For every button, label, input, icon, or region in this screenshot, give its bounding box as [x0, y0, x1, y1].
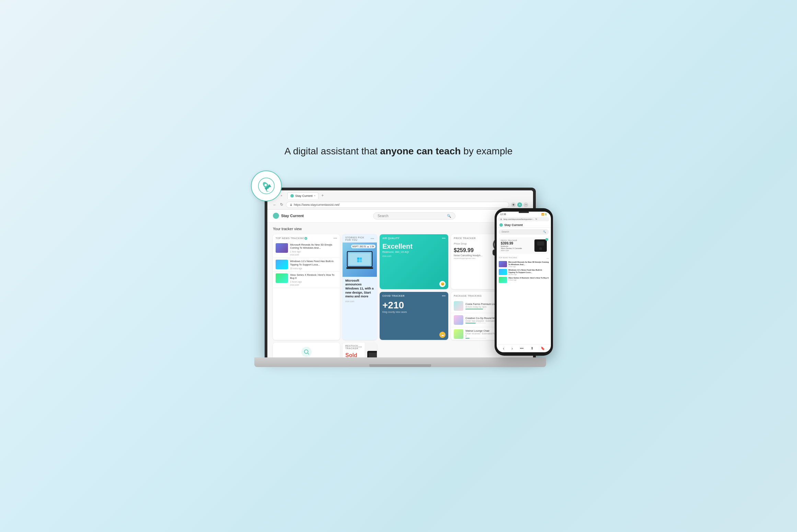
- phone-app-name: Stay Current: [504, 223, 523, 227]
- svg-rect-20: [360, 260, 362, 262]
- air-quality-more[interactable]: •••: [442, 236, 446, 240]
- svg-rect-8: [290, 204, 292, 206]
- news-content-2: Windows 11's News Feed Has Built-In Tipp…: [290, 260, 337, 270]
- browser-refresh-button[interactable]: ↻: [279, 202, 284, 208]
- phone-nav-back[interactable]: ‹: [503, 346, 504, 351]
- news-thumb-3: [276, 273, 288, 283]
- svg-rect-30: [537, 241, 544, 246]
- restock-card: RESTOCK TRACKER ••• Sold Out Xbox Series…: [343, 343, 377, 359]
- news-meta-3: 3 hours ago: [290, 281, 337, 283]
- search-placeholder: Search: [378, 214, 445, 218]
- package-name-3: Walnut Lounge Chair: [465, 329, 498, 332]
- app-search-bar[interactable]: Search 🔍: [373, 212, 455, 220]
- phone-news-label: TOP NEWS TRACKING: [499, 257, 517, 259]
- news-item: Microsoft Reveals Its New 3D Emojis Comi…: [273, 241, 340, 258]
- phone-nav-more[interactable]: •••: [520, 346, 524, 350]
- phone-search-text: Search: [501, 230, 509, 233]
- stories-more[interactable]: •••: [370, 237, 374, 240]
- phone-screen: 12:36 📶🔋 bing.com/staycurrent/fentrypoin…: [497, 212, 551, 352]
- air-quality-label: AIR QUALITY: [382, 237, 400, 239]
- phone-search[interactable]: Search 🔍: [499, 229, 549, 235]
- package-status-3: Order recieved · Estimated Feb 6: [465, 332, 498, 337]
- price-tracker-label: PRICE TRACKER: [454, 237, 476, 239]
- phone-nav-share[interactable]: ⬆: [531, 346, 533, 350]
- phone-news-text-1: Microsoft Reveals Its New 3D Emojis Comi…: [508, 261, 549, 268]
- phone-news-item-1: Microsoft Reveals Its New 3D Emojis Comi…: [499, 261, 549, 268]
- browser-back-button[interactable]: ←: [272, 202, 277, 208]
- package-thumb-1: [454, 301, 463, 311]
- news-thumb-1: [276, 243, 288, 253]
- phone-news-thumb-3: [499, 277, 507, 283]
- browser-tab[interactable]: Stay Current ×: [287, 192, 319, 199]
- phone-nav-forward[interactable]: ›: [511, 346, 513, 351]
- stories-header: STORIES PICK FOR YOU •••: [343, 234, 377, 243]
- restock-more[interactable]: •••: [358, 345, 362, 349]
- package-progress-fill-3: [465, 338, 470, 339]
- package-content-3: Walnut Lounge Chair Order recieved · Est…: [465, 329, 498, 339]
- news-card-more[interactable]: •••: [333, 236, 337, 240]
- covid-number: +210: [380, 299, 448, 310]
- news-content-1: Microsoft Reveals Its New 3D Emojis Comi…: [290, 243, 337, 256]
- phone-news-text-3: Xbox Series X Restock: Here's How To Buy…: [508, 277, 549, 281]
- scene: ─ □ × Stay Current × + ← ↻: [244, 167, 553, 387]
- phone-nav-bookmark[interactable]: 🔖: [541, 346, 545, 350]
- stories-image: MSFT: 282.51 ▲ 1.54: [343, 243, 377, 277]
- settings-icon[interactable]: ⋯: [523, 202, 528, 207]
- news-source-3: msn.com: [290, 284, 337, 286]
- package-thumb-2: [454, 315, 463, 325]
- phone-address-bar[interactable]: bing.com/staycurrent/fentrypoints=... ↻: [498, 217, 550, 221]
- package-progress-3: [465, 338, 486, 339]
- headline-suffix: by example: [461, 146, 512, 156]
- phone-price-image: [534, 239, 547, 252]
- covid-card: COVID TRACKER ••• +210 King county new c…: [380, 292, 448, 340]
- profile-icon[interactable]: A: [517, 202, 522, 207]
- news-title-1: Microsoft Reveals Its New 3D Emojis Comi…: [290, 243, 337, 250]
- browser-chrome: ─ □ × Stay Current × + ← ↻: [267, 190, 533, 210]
- stories-source: msn.com: [345, 300, 374, 303]
- phone-news-text-2: Windows 11's News Feed Has Built-In Tipp…: [508, 269, 549, 275]
- restock-image: [365, 343, 377, 359]
- phone-bottom-bar: ‹ › ••• ⬆ 🔖: [497, 344, 551, 352]
- headline: A digital assistant that anyone can teac…: [285, 146, 513, 157]
- svg-rect-21: [346, 267, 373, 269]
- phone-signal: 📶🔋: [541, 213, 547, 216]
- covid-label: COVID TRACKER: [382, 295, 405, 297]
- address-bar[interactable]: https://www.staycurrentassist.net/: [286, 202, 509, 208]
- new-tab-button[interactable]: +: [321, 193, 324, 198]
- tab-title: Stay Current: [295, 194, 313, 198]
- browser-title-bar: ─ □ × Stay Current × +: [270, 192, 530, 199]
- dont-see-icon: [301, 347, 312, 357]
- news-title-2: Windows 11's News Feed Has Built-In Tipp…: [290, 260, 337, 267]
- phone-news-title-2: Windows 11's News Feed Has Built-In Tipp…: [508, 269, 549, 274]
- phone-price-content: PRICE TRACKER $399.99 $489.99 Xbox Serie…: [501, 239, 533, 251]
- extensions-icon[interactable]: ⊕: [511, 202, 516, 207]
- news-content-3: Xbox Series X Restock: Here's How To Buy…: [290, 273, 337, 286]
- phone-news-title-3: Xbox Series X Restock: Here's How To Buy…: [508, 277, 549, 279]
- phone: 12:36 📶🔋 bing.com/staycurrent/fentrypoin…: [495, 208, 553, 356]
- app-content: Stay Current Search 🔍 ≡ Your tracker vie…: [267, 210, 533, 359]
- laptop-screen: ─ □ × Stay Current × + ← ↻: [267, 190, 533, 359]
- svg-line-23: [308, 353, 309, 354]
- dashboard-title: Your tracker view: [273, 227, 302, 231]
- covid-header: COVID TRACKER •••: [380, 292, 448, 299]
- news-item-2: Windows 11's News Feed Has Built-In Tipp…: [273, 258, 340, 272]
- news-source-1: msn.com: [290, 253, 337, 256]
- phone-refresh-icon[interactable]: ↻: [535, 218, 537, 220]
- tab-close-button[interactable]: ×: [314, 194, 316, 197]
- svg-rect-17: [357, 257, 359, 259]
- phone-time: 12:36: [500, 213, 506, 215]
- svg-point-31: [539, 247, 542, 250]
- covid-more[interactable]: •••: [442, 294, 446, 298]
- package-progress-fill-1: [465, 309, 483, 309]
- tab-favicon: [290, 194, 294, 198]
- tracker-grid: TOP NEWS TRACKING ••• ● Microsoft Reveal…: [273, 234, 528, 359]
- stories-card: STORIES PICK FOR YOU •••: [343, 234, 377, 340]
- phone-news-more[interactable]: •••: [547, 257, 549, 259]
- restock-header: RESTOCK TRACKER •••: [343, 343, 365, 351]
- air-quality-header: AIR QUALITY •••: [380, 234, 448, 241]
- svg-rect-19: [357, 260, 359, 262]
- phone-news-title-1: Microsoft Reveals Its New 3D Emojis Comi…: [508, 261, 549, 266]
- notification-dot: ●: [304, 236, 308, 240]
- browser-close-button[interactable]: ×: [280, 194, 283, 197]
- air-quality-status: Excellent: [380, 241, 448, 250]
